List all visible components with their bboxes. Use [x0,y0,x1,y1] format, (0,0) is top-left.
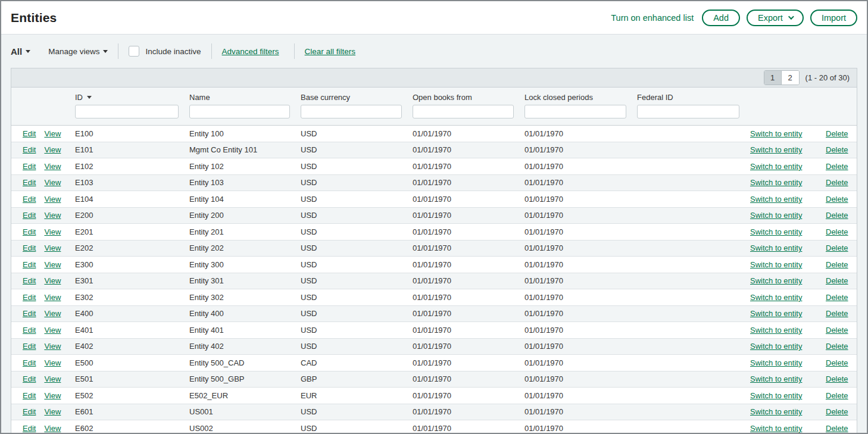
view-link[interactable]: View [44,243,61,252]
import-button[interactable]: Import [810,10,857,26]
view-link[interactable]: View [44,276,61,285]
switch-to-entity-link[interactable]: Switch to entity [750,195,802,204]
column-filter-input-id[interactable] [75,105,179,118]
view-link[interactable]: View [44,424,61,433]
delete-link[interactable]: Delete [826,195,848,204]
edit-link[interactable]: Edit [23,424,36,433]
advanced-filters-link[interactable]: Advanced filters [222,47,279,56]
view-link[interactable]: View [44,358,61,367]
column-filter-input-federal[interactable] [637,105,739,118]
switch-to-entity-link[interactable]: Switch to entity [750,145,802,154]
edit-link[interactable]: Edit [23,129,36,138]
edit-link[interactable]: Edit [23,211,36,220]
column-header-federal[interactable]: Federal ID [637,93,750,102]
view-link[interactable]: View [44,391,61,400]
delete-link[interactable]: Delete [826,178,848,187]
switch-to-entity-link[interactable]: Switch to entity [750,178,802,187]
switch-to-entity-link[interactable]: Switch to entity [750,326,802,335]
column-filter-input-currency[interactable] [301,105,402,118]
delete-link[interactable]: Delete [826,424,848,433]
edit-link[interactable]: Edit [23,178,36,187]
edit-link[interactable]: Edit [23,195,36,204]
view-link[interactable]: View [44,342,61,351]
column-header-id[interactable]: ID [75,93,189,102]
view-link[interactable]: View [44,195,61,204]
switch-to-entity-link[interactable]: Switch to entity [750,243,802,252]
switch-to-entity-link[interactable]: Switch to entity [750,374,802,383]
delete-link[interactable]: Delete [826,391,848,400]
column-filter-input-lock[interactable] [524,105,626,118]
switch-to-entity-link[interactable]: Switch to entity [750,227,802,236]
edit-link[interactable]: Edit [23,227,36,236]
view-link[interactable]: View [44,129,61,138]
edit-link[interactable]: Edit [23,407,36,416]
edit-link[interactable]: Edit [23,358,36,367]
clear-all-filters-link[interactable]: Clear all filters [305,47,356,56]
edit-link[interactable]: Edit [23,162,36,171]
delete-link[interactable]: Delete [826,211,848,220]
delete-link[interactable]: Delete [826,293,848,302]
switch-to-entity-link[interactable]: Switch to entity [750,211,802,220]
delete-link[interactable]: Delete [826,309,848,318]
column-header-open[interactable]: Open books from [413,93,524,102]
column-filter-input-open[interactable] [413,105,514,118]
column-filter-input-name[interactable] [189,105,290,118]
switch-to-entity-link[interactable]: Switch to entity [750,342,802,351]
edit-link[interactable]: Edit [23,342,36,351]
edit-link[interactable]: Edit [23,293,36,302]
delete-link[interactable]: Delete [826,342,848,351]
view-link[interactable]: View [44,326,61,335]
switch-to-entity-link[interactable]: Switch to entity [750,407,802,416]
edit-link[interactable]: Edit [23,309,36,318]
edit-link[interactable]: Edit [23,391,36,400]
switch-to-entity-link[interactable]: Switch to entity [750,129,802,138]
delete-link[interactable]: Delete [826,260,848,269]
view-link[interactable]: View [44,293,61,302]
turn-on-enhanced-list-link[interactable]: Turn on enhanced list [611,13,694,23]
switch-to-entity-link[interactable]: Switch to entity [750,391,802,400]
view-link[interactable]: View [44,211,61,220]
pagination-page-1[interactable]: 1 [764,71,782,85]
view-link[interactable]: View [44,374,61,383]
edit-link[interactable]: Edit [23,374,36,383]
manage-views-dropdown[interactable]: Manage views [48,47,108,56]
edit-link[interactable]: Edit [23,145,36,154]
export-button[interactable]: Export [747,10,804,26]
edit-link[interactable]: Edit [23,260,36,269]
delete-link[interactable]: Delete [826,243,848,252]
column-header-lock[interactable]: Lock closed periods [524,93,637,102]
edit-link[interactable]: Edit [23,276,36,285]
delete-link[interactable]: Delete [826,326,848,335]
view-link[interactable]: View [44,162,61,171]
delete-link[interactable]: Delete [826,227,848,236]
add-button[interactable]: Add [702,10,740,26]
include-inactive-label[interactable]: Include inactive [145,47,201,56]
switch-to-entity-link[interactable]: Switch to entity [750,162,802,171]
delete-link[interactable]: Delete [826,358,848,367]
view-selector-dropdown[interactable]: All [11,46,30,57]
column-header-currency[interactable]: Base currency [301,93,413,102]
view-link[interactable]: View [44,227,61,236]
edit-link[interactable]: Edit [23,326,36,335]
pagination-page-2[interactable]: 2 [782,71,799,85]
delete-link[interactable]: Delete [826,407,848,416]
switch-to-entity-link[interactable]: Switch to entity [750,276,802,285]
delete-link[interactable]: Delete [826,374,848,383]
view-link[interactable]: View [44,145,61,154]
view-link[interactable]: View [44,178,61,187]
edit-link[interactable]: Edit [23,243,36,252]
view-link[interactable]: View [44,407,61,416]
column-header-name[interactable]: Name [189,93,301,102]
delete-link[interactable]: Delete [826,129,848,138]
delete-link[interactable]: Delete [826,145,848,154]
switch-to-entity-link[interactable]: Switch to entity [750,260,802,269]
delete-link[interactable]: Delete [826,276,848,285]
view-link[interactable]: View [44,260,61,269]
delete-link[interactable]: Delete [826,162,848,171]
switch-to-entity-link[interactable]: Switch to entity [750,293,802,302]
switch-to-entity-link[interactable]: Switch to entity [750,358,802,367]
view-link[interactable]: View [44,309,61,318]
switch-to-entity-link[interactable]: Switch to entity [750,424,802,433]
switch-to-entity-link[interactable]: Switch to entity [750,309,802,318]
include-inactive-checkbox[interactable] [129,46,139,57]
